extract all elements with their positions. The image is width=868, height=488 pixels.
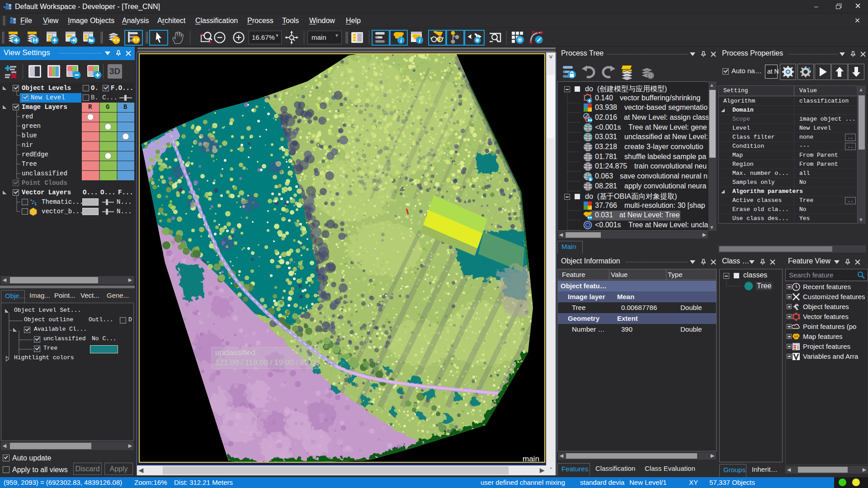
svg-text:121.00 / 118.00 / 19.00 / 89.0: 121.00 / 118.00 / 19.00 / 89.00 — [215, 358, 319, 367]
svg-text:i: i — [419, 37, 420, 44]
svg-text:unclassified: unclassified — [215, 348, 255, 357]
svg-text:i: i — [400, 37, 402, 44]
svg-text:main: main — [523, 455, 539, 462]
